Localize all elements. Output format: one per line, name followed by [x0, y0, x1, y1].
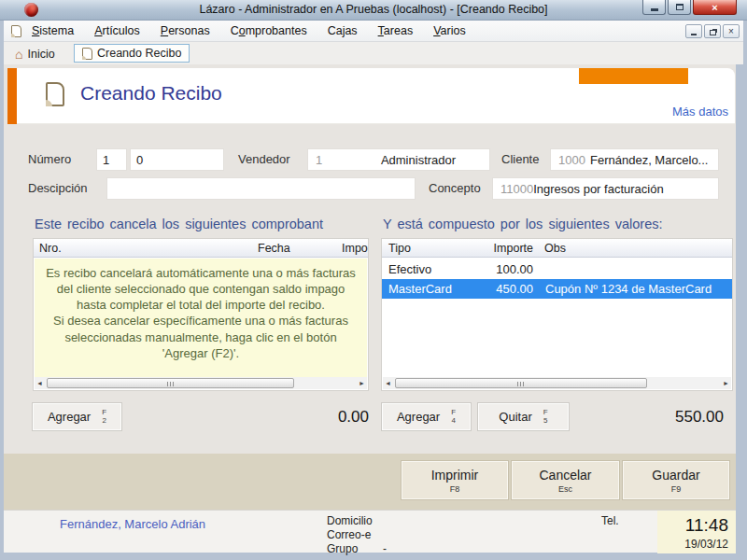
numero-label: Número: [28, 148, 71, 171]
mdi-window-controls: ×: [685, 24, 740, 38]
minimize-icon: [651, 8, 658, 11]
menu-item-comprobantes[interactable]: Comprobantes: [220, 21, 317, 42]
table-row-efectivo[interactable]: Efectivo 100.00: [382, 259, 732, 279]
cliente-name: Fernández, Marcelo...: [590, 153, 718, 167]
concepto-name: Ingresos por facturación: [533, 182, 718, 196]
mdi-restore-button[interactable]: [704, 24, 721, 38]
grupo-label: Grupo: [327, 542, 358, 555]
scrollbar-grip-icon: [517, 382, 525, 386]
window-title: Lázaro - Administrador en A Pruebas (loc…: [0, 0, 747, 21]
document-icon: [11, 25, 21, 37]
cliente-code: 1000: [551, 153, 590, 167]
imprimir-button[interactable]: Imprimir F8: [402, 461, 508, 499]
column-header-fecha[interactable]: Fecha: [258, 239, 290, 258]
tab-bar: ⌂ Inicio Creando Recibo: [4, 42, 743, 64]
tab-creando-recibo-label: Creando Recibo: [97, 47, 181, 60]
numero-input-2[interactable]: [130, 148, 224, 171]
maximize-button[interactable]: [668, 0, 691, 15]
comprobantes-grid[interactable]: Nro. Fecha Importe Es recibo cancelará a…: [33, 238, 369, 391]
column-header-importe[interactable]: Importe: [342, 239, 368, 258]
close-icon: ×: [712, 2, 717, 13]
column-header-importe[interactable]: Importe: [466, 239, 533, 258]
comprobantes-grid-header: Nro. Fecha Importe: [34, 239, 368, 258]
accent-bar: [7, 68, 17, 124]
status-bar: Fernández, Marcelo Adrián Domicilio Corr…: [4, 510, 736, 553]
cancelar-button[interactable]: Cancelar Esc: [512, 461, 619, 499]
vendedor-code: 1: [308, 153, 347, 167]
valores-grid-header: Tipo Importe Obs: [382, 239, 732, 258]
scroll-right-icon[interactable]: ►: [357, 377, 367, 389]
cliente-field[interactable]: 1000 Fernández, Marcelo...: [550, 148, 719, 171]
cliente-label: Cliente: [501, 148, 539, 171]
valores-grid[interactable]: Tipo Importe Obs Efectivo 100.00 MasterC…: [381, 238, 733, 391]
minimize-button[interactable]: [642, 0, 666, 15]
scroll-left-icon[interactable]: ◄: [383, 377, 393, 389]
concepto-label: Concepto: [429, 177, 481, 200]
status-date: 19/03/12: [684, 538, 728, 551]
correo-label: Correo-e: [327, 528, 371, 541]
mdi-minimize-button[interactable]: [685, 24, 702, 38]
menu-item-sistema[interactable]: Sistema: [21, 21, 84, 42]
left-section-title: Este recibo cancela los siguientes compr…: [35, 217, 371, 231]
esc-key-label: Esc: [558, 484, 572, 494]
menu-bar: Sistema Artículos Personas Comprobantes …: [4, 21, 743, 42]
domicilio-label: Domicilio: [327, 514, 373, 527]
agregar-comprobante-button[interactable]: Agregar F2: [33, 403, 121, 430]
scrollbar-thumb[interactable]: [47, 378, 294, 388]
column-header-tipo[interactable]: Tipo: [388, 239, 411, 258]
agregar-valor-button[interactable]: Agregar F4: [382, 403, 471, 430]
numero-input-1[interactable]: [96, 148, 127, 171]
guardar-button[interactable]: Guardar F9: [623, 461, 729, 499]
document-icon: [82, 48, 92, 60]
column-header-nro[interactable]: Nro.: [39, 239, 62, 258]
scrollbar-grip-icon: [167, 382, 175, 386]
lazaro-app-window: { "window": { "title": "Lázaro - Adminis…: [0, 0, 747, 560]
receipt-icon: [46, 82, 64, 106]
home-icon: ⌂: [15, 48, 22, 61]
concepto-field[interactable]: 11000 Ingresos por facturación: [492, 177, 719, 200]
action-bar: Imprimir F8 Cancelar Esc Guardar F9: [4, 454, 736, 510]
clock-panel: 11:48 19/03/12: [657, 511, 736, 553]
column-header-obs[interactable]: Obs: [544, 239, 566, 258]
table-row-mastercard[interactable]: MasterCard 450.00 Cupón Nº 1234 de Maste…: [382, 279, 732, 299]
client-name-link[interactable]: Fernández, Marcelo Adrián: [60, 517, 205, 531]
maximize-icon: [676, 4, 684, 10]
scrollbar-thumb[interactable]: [395, 378, 647, 388]
close-button[interactable]: ×: [693, 0, 737, 15]
comprobantes-hscrollbar[interactable]: ◄ ►: [35, 377, 367, 389]
mdi-close-button[interactable]: ×: [723, 24, 740, 38]
mdi-close-icon: ×: [728, 27, 734, 36]
f9-key-label: F9: [671, 484, 682, 494]
titlebar[interactable]: Lázaro - Administrador en A Pruebas (loc…: [0, 0, 747, 21]
f4-key-label: F4: [451, 409, 456, 426]
comprobantes-total: 0.00: [275, 403, 369, 430]
auto-cancel-info-text: Es recibo cancelará automáticamente una …: [35, 259, 367, 377]
menu-item-varios[interactable]: Varios: [423, 21, 476, 42]
scroll-left-icon[interactable]: ◄: [35, 377, 45, 389]
accent-flag: [579, 68, 688, 84]
descripcion-label: Descipción: [28, 177, 88, 200]
mdi-minimize-icon: [691, 34, 697, 35]
menu-item-personas[interactable]: Personas: [150, 21, 220, 42]
tab-inicio[interactable]: ⌂ Inicio: [15, 45, 55, 63]
menu-item-articulos[interactable]: Artículos: [84, 21, 150, 42]
menu-item-tareas[interactable]: Tareas: [368, 21, 424, 42]
f2-key-label: F2: [102, 409, 106, 426]
valores-hscrollbar[interactable]: ◄ ►: [383, 377, 731, 389]
menu-item-cajas[interactable]: Cajas: [317, 21, 368, 42]
tab-creando-recibo[interactable]: Creando Recibo: [74, 44, 190, 63]
f8-key-label: F8: [450, 484, 460, 494]
valores-total: 550.00: [627, 403, 724, 430]
concepto-code: 11000: [493, 182, 533, 196]
quitar-valor-button[interactable]: Quitar F5: [478, 403, 569, 430]
tab-inicio-label: Inicio: [27, 48, 54, 61]
vendedor-field[interactable]: 1 Administrador: [307, 148, 490, 171]
descripcion-input[interactable]: [106, 177, 416, 200]
page-title: Creando Recibo: [80, 82, 222, 105]
right-section-title: Y está compuesto por los siguientes valo…: [383, 217, 736, 231]
vendedor-name: Administrador: [347, 153, 489, 167]
scroll-right-icon[interactable]: ►: [721, 377, 731, 389]
mdi-restore-icon: [710, 30, 716, 35]
status-time: 11:48: [685, 515, 728, 536]
more-data-link[interactable]: Más datos: [672, 105, 728, 119]
